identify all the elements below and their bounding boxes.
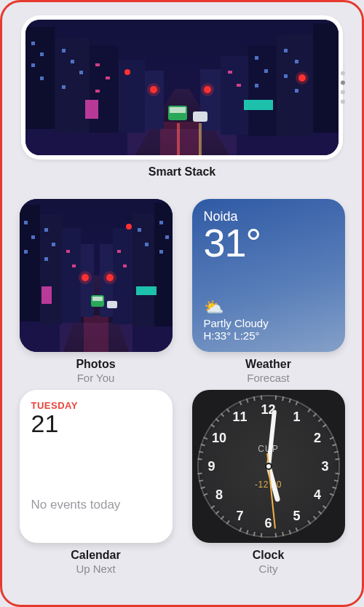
svg-rect-81 (92, 297, 103, 301)
city-photo (25, 20, 339, 155)
clock-title: Clock (253, 549, 285, 562)
svg-rect-11 (248, 45, 277, 136)
svg-rect-46 (177, 123, 180, 155)
svg-rect-69 (138, 228, 141, 232)
svg-rect-83 (41, 286, 52, 304)
svg-rect-27 (264, 69, 268, 73)
calendar-subtitle: Up Next (71, 563, 120, 575)
svg-rect-56 (154, 203, 173, 326)
clock-number: 5 (293, 508, 300, 523)
svg-rect-10 (277, 34, 313, 136)
svg-rect-26 (255, 56, 258, 60)
clock-widget[interactable]: CUP -12 30 123456789101112 (192, 390, 345, 543)
svg-rect-29 (95, 63, 100, 66)
weather-high-low: H:33° L:25° (204, 329, 333, 342)
weather-subtitle: Forecast (245, 372, 291, 384)
svg-rect-30 (106, 77, 110, 79)
weather-title: Weather (245, 358, 291, 371)
svg-rect-31 (95, 90, 100, 93)
svg-point-38 (124, 69, 130, 75)
svg-rect-20 (79, 71, 83, 74)
svg-rect-32 (228, 71, 232, 74)
clock-number: 3 (321, 459, 328, 474)
svg-point-37 (201, 83, 214, 96)
weather-temperature: 31° (204, 223, 333, 262)
smart-stack-content (25, 20, 339, 155)
svg-rect-24 (284, 74, 288, 78)
svg-rect-60 (24, 221, 28, 224)
svg-rect-28 (255, 84, 258, 87)
clock-subtitle: City (253, 563, 285, 575)
svg-rect-47 (199, 123, 202, 155)
svg-rect-74 (123, 265, 127, 267)
clock-center (265, 463, 272, 470)
calendar-title: Calendar (71, 549, 120, 562)
svg-rect-44 (170, 107, 186, 113)
clock-number: 7 (236, 508, 243, 523)
svg-rect-19 (71, 60, 74, 63)
weather-condition: Partly Cloudy (204, 317, 333, 329)
svg-rect-82 (107, 301, 117, 308)
clock-subdial: -12 30 (255, 479, 282, 490)
clock-number: 1 (293, 410, 300, 425)
svg-rect-41 (244, 100, 273, 110)
analog-clock-face: CUP -12 30 123456789101112 (197, 395, 340, 538)
svg-rect-33 (237, 84, 241, 87)
svg-rect-7 (119, 60, 145, 133)
calendar-widget[interactable]: TUESDAY 21 No events today (20, 390, 173, 543)
page-indicator (341, 71, 345, 104)
svg-rect-61 (31, 235, 35, 239)
clock-number: 6 (264, 516, 272, 531)
svg-rect-14 (31, 42, 35, 45)
svg-rect-21 (62, 85, 66, 89)
svg-rect-62 (24, 250, 28, 254)
widget-gallery: Smart Stack (0, 0, 364, 607)
calendar-events: No events today (31, 498, 161, 512)
svg-rect-72 (72, 265, 76, 267)
svg-rect-22 (284, 49, 288, 52)
svg-rect-12 (221, 56, 248, 135)
svg-rect-71 (66, 250, 70, 253)
clock-number: 11 (232, 410, 247, 425)
svg-rect-51 (84, 316, 108, 352)
svg-rect-67 (165, 235, 169, 239)
clock-number: 12 (261, 402, 275, 418)
svg-rect-73 (117, 250, 121, 253)
svg-rect-66 (159, 221, 163, 224)
svg-rect-17 (40, 77, 44, 80)
svg-point-76 (79, 271, 92, 284)
svg-rect-6 (90, 45, 119, 133)
weather-widget[interactable]: Noida 31° ⛅ Partly Cloudy H:33° L:25° (192, 199, 345, 352)
svg-rect-68 (159, 250, 163, 254)
clock-number: 4 (314, 487, 321, 503)
svg-rect-53 (40, 215, 62, 324)
svg-rect-65 (44, 257, 48, 261)
clock-number: 9 (207, 459, 215, 474)
svg-rect-18 (62, 49, 66, 52)
svg-rect-63 (44, 228, 48, 232)
smart-stack-label: Smart Stack (15, 165, 349, 179)
svg-rect-5 (55, 38, 90, 133)
svg-rect-25 (295, 89, 298, 93)
svg-rect-3 (160, 122, 200, 155)
svg-rect-52 (20, 205, 40, 321)
svg-rect-54 (62, 228, 81, 323)
svg-point-78 (103, 271, 116, 284)
svg-rect-84 (136, 286, 157, 295)
svg-rect-9 (313, 23, 339, 133)
photos-widget[interactable] (20, 199, 173, 352)
svg-rect-57 (132, 214, 154, 326)
svg-rect-15 (40, 52, 44, 56)
svg-point-79 (126, 224, 132, 230)
svg-rect-45 (193, 111, 207, 122)
svg-point-35 (147, 83, 160, 96)
clock-number: 10 (212, 431, 226, 446)
smart-stack-widget[interactable] (21, 15, 343, 160)
svg-rect-42 (85, 100, 98, 119)
clock-number: 2 (314, 431, 321, 446)
photos-title: Photos (76, 358, 115, 371)
city-photo (20, 199, 173, 352)
svg-rect-70 (145, 243, 149, 246)
svg-rect-23 (295, 60, 298, 63)
svg-rect-8 (145, 71, 164, 129)
